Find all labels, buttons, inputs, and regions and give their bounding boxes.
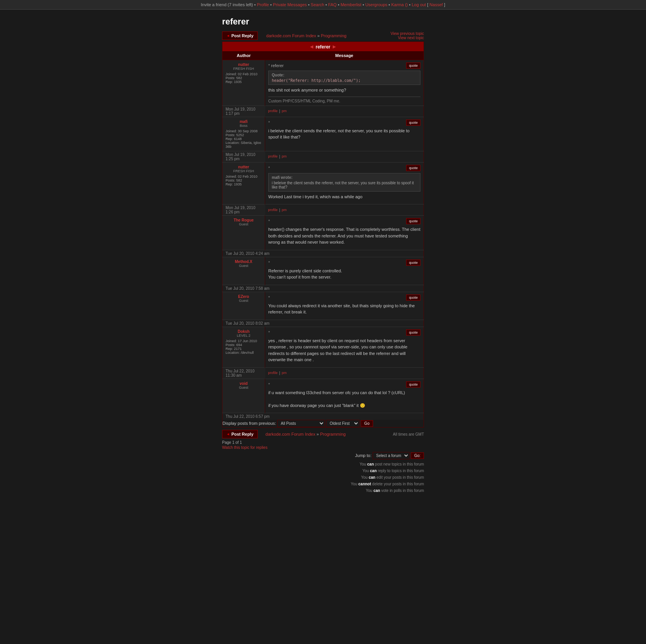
nav-private-messages[interactable]: Private Messages bbox=[273, 2, 307, 7]
post-reply-button-top[interactable]: Post Reply bbox=[222, 31, 258, 40]
post-content: if u want something l33ched from server … bbox=[268, 390, 420, 409]
quote-button[interactable]: quote bbox=[406, 381, 420, 388]
quote-button[interactable]: quote bbox=[406, 119, 420, 126]
author-name[interactable]: The Rogue bbox=[234, 218, 254, 222]
pagination-section: Page 1 of 1 Watch this topic for replies bbox=[222, 440, 424, 450]
post-subject: * bbox=[268, 260, 270, 265]
pm-link[interactable]: pm bbox=[282, 154, 287, 159]
breadcrumb-home-bottom[interactable]: darkode.com Forum Index bbox=[266, 432, 315, 436]
post-content: this shit not work anymore or something? bbox=[268, 87, 420, 93]
nav-karma[interactable]: Karma () bbox=[391, 2, 408, 7]
profile-link[interactable]: profile bbox=[268, 371, 278, 375]
toolbar-bottom: Post Reply darkode.com Forum Index » Pro… bbox=[222, 430, 424, 438]
jump-select[interactable]: Select a forum bbox=[373, 452, 410, 459]
post-content: header() changes the server's response. … bbox=[268, 226, 420, 246]
nav-profile[interactable]: Profile bbox=[257, 2, 269, 7]
author-cell: nutter FRESH FISH Joined: 02 Feb 2010Pos… bbox=[222, 60, 265, 106]
nav-memberlist[interactable]: Memberlist bbox=[340, 2, 361, 7]
author-cell: The Rogue Guest bbox=[222, 216, 265, 250]
pm-link[interactable]: pm bbox=[282, 371, 287, 375]
author-rank: LEVEL 2 bbox=[226, 334, 262, 338]
quote-button[interactable]: quote bbox=[406, 165, 420, 171]
quote-button[interactable]: quote bbox=[406, 260, 420, 266]
jump-go-button[interactable]: Go: bbox=[411, 452, 424, 459]
invite-text: Invite a friend (7 invites left) bbox=[201, 2, 253, 7]
display-go-button[interactable]: Go bbox=[361, 420, 373, 427]
author-name[interactable]: Doksh bbox=[238, 329, 250, 334]
main-container: referer Post Reply darkode.com Forum Ind… bbox=[222, 10, 424, 498]
post-content: i beleive the client sends the referer, … bbox=[268, 128, 420, 140]
author-name[interactable]: nutter bbox=[238, 62, 249, 67]
post-subject: * bbox=[268, 330, 270, 335]
view-previous-link[interactable]: View previous topic bbox=[391, 31, 424, 36]
watch-topic-link[interactable]: Watch this topic for replies bbox=[222, 445, 424, 450]
table-row: mafi Boss Joined: 30 Sep 2008Posts: 5252… bbox=[222, 117, 424, 151]
post-content: Worked Last time i tryed it, which was a… bbox=[268, 194, 420, 200]
view-next-link[interactable]: View next topic bbox=[391, 36, 424, 40]
pm-link[interactable]: pm bbox=[282, 208, 287, 212]
author-info: Joined: 02 Feb 2010Posts: 582Rep: 1935 bbox=[226, 175, 262, 186]
author-name[interactable]: void bbox=[240, 381, 248, 386]
post-subject: * bbox=[268, 295, 270, 300]
breadcrumb-top: darkode.com Forum Index » Programming bbox=[266, 33, 347, 38]
author-rank: Guest bbox=[226, 299, 262, 303]
timestamp-row: Mon Jul 19, 2010 1:26 pm profile | pm bbox=[222, 204, 424, 216]
table-row: The Rogue Guest * quote header() changes… bbox=[222, 216, 424, 250]
all-times: All times are GMT bbox=[393, 432, 424, 436]
author-name[interactable]: mafi bbox=[240, 119, 248, 124]
timestamp-row: Mon Jul 19, 2010 1:17 pm profile | pm bbox=[222, 106, 424, 117]
author-name[interactable]: nutter bbox=[238, 165, 249, 169]
col-message: Message bbox=[265, 51, 424, 60]
quote-button[interactable]: quote bbox=[406, 294, 420, 301]
permissions: You can post new topics in this forum Yo… bbox=[351, 461, 424, 494]
post-content: You could always redirect it via another… bbox=[268, 303, 420, 315]
breadcrumb-section[interactable]: Programming bbox=[321, 33, 346, 38]
message-cell: * quote mafi wrote: i beleive the client… bbox=[265, 162, 424, 204]
timestamp: Thu Jul 22, 2010 11:30 am bbox=[226, 369, 255, 377]
quote-button[interactable]: quote bbox=[406, 329, 420, 336]
profile-link[interactable]: profile bbox=[268, 109, 278, 113]
author-rank: Guest bbox=[226, 264, 262, 268]
table-row: Method.X Guest * quote Referrer is purel… bbox=[222, 257, 424, 285]
timestamp: Mon Jul 19, 2010 1:26 pm bbox=[226, 206, 255, 214]
author-name[interactable]: Method.X bbox=[235, 260, 252, 264]
table-row: nutter FRESH FISH Joined: 02 Feb 2010Pos… bbox=[222, 162, 424, 204]
author-cell: Method.X Guest bbox=[222, 257, 265, 285]
author-cell: nutter FRESH FISH Joined: 02 Feb 2010Pos… bbox=[222, 162, 265, 204]
pm-link[interactable]: pm bbox=[282, 109, 287, 113]
post-reply-button-bottom[interactable]: Post Reply bbox=[222, 430, 258, 438]
order-select[interactable]: Oldest First Newest First bbox=[326, 420, 359, 427]
author-cell: void Guest bbox=[222, 379, 265, 413]
toolbar-top: Post Reply darkode.com Forum Index » Pro… bbox=[222, 31, 424, 40]
breadcrumb-home[interactable]: darkode.com Forum Index bbox=[266, 33, 316, 38]
quote-button[interactable]: quote bbox=[406, 62, 420, 69]
post-title-row: * quote bbox=[268, 119, 420, 126]
forum-table: ◄ referer ► Author Message nutter FRESH … bbox=[222, 42, 424, 428]
nav-usergroups[interactable]: Usergroups bbox=[365, 2, 387, 7]
quote-button[interactable]: quote bbox=[406, 218, 420, 224]
profile-link[interactable]: profile bbox=[268, 208, 278, 212]
breadcrumb-section-bottom[interactable]: Programming bbox=[320, 432, 346, 436]
post-signature: Custom PHP/CSS/HTML Coding, PM me. bbox=[268, 97, 420, 103]
profile-pm-links: profile | pm bbox=[268, 154, 421, 159]
jump-permissions: Jump to: Select a forum Go: You can post… bbox=[222, 452, 424, 494]
table-row: EZero Guest * quote You could always red… bbox=[222, 292, 424, 320]
nav-username[interactable]: Nassef bbox=[429, 2, 443, 7]
post-title-row: * quote bbox=[268, 218, 420, 224]
nav-search[interactable]: Search bbox=[311, 2, 324, 7]
display-label: Display posts from previous: bbox=[222, 421, 276, 426]
nav-faq[interactable]: FAQ bbox=[328, 2, 337, 7]
page-title: referer bbox=[222, 14, 424, 31]
post-content: yes , referrer is header sent by client … bbox=[268, 338, 420, 363]
nav-logout[interactable]: Log out bbox=[412, 2, 426, 7]
message-cell: * quote header() changes the server's re… bbox=[265, 216, 424, 250]
post-subject: * referer bbox=[268, 63, 284, 68]
posts-select[interactable]: All Posts Posts from last day Posts from… bbox=[277, 420, 325, 427]
timestamp-row: Mon Jul 19, 2010 1:25 pm profile | pm bbox=[222, 151, 424, 162]
author-name[interactable]: EZero bbox=[238, 294, 249, 299]
post-title-row: * quote bbox=[268, 381, 420, 388]
message-cell: * referer quote Quote: header("Referer: … bbox=[265, 60, 424, 106]
display-options-row: Display posts from previous: All Posts P… bbox=[222, 420, 424, 428]
profile-link[interactable]: profile bbox=[268, 154, 278, 159]
top-nav: Invite a friend (7 invites left) • Profi… bbox=[0, 0, 646, 10]
